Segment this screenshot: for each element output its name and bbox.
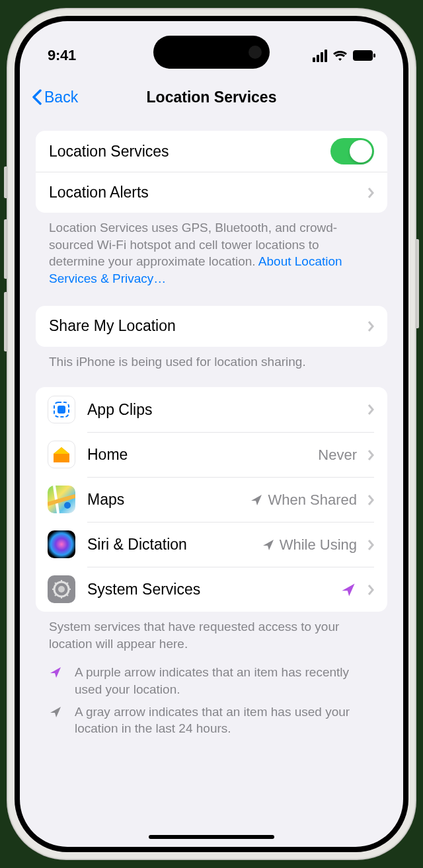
share-my-location-row[interactable]: Share My Location <box>36 306 387 347</box>
chevron-right-icon <box>367 539 374 551</box>
page-title: Location Services <box>147 89 277 106</box>
back-button[interactable]: Back <box>32 89 78 106</box>
legend-gray: A gray arrow indicates that an item has … <box>36 701 387 740</box>
app-name: Maps <box>87 491 250 509</box>
location-services-card: Location Services Location Alerts <box>36 131 387 213</box>
app-row-maps[interactable]: Maps When Shared <box>36 477 387 522</box>
back-label: Back <box>44 89 78 106</box>
svg-rect-1 <box>373 54 375 57</box>
location-services-toggle[interactable] <box>330 138 374 164</box>
app-row-appclips[interactable]: App Clips <box>36 387 387 432</box>
status-time: 9:41 <box>48 47 127 64</box>
chevron-right-icon <box>367 404 374 416</box>
settings-icon <box>48 575 75 603</box>
location-arrow-icon <box>262 538 275 552</box>
share-my-location-label: Share My Location <box>49 317 361 335</box>
svg-point-6 <box>58 586 65 593</box>
dynamic-island <box>153 36 270 69</box>
app-name: System Services <box>87 581 340 598</box>
home-icon <box>48 441 75 468</box>
app-status: Never <box>318 447 357 464</box>
system-services-footer: System services that have requested acce… <box>36 612 387 652</box>
chevron-left-icon <box>32 89 42 105</box>
app-name: App Clips <box>87 401 361 419</box>
chevron-right-icon <box>367 584 374 596</box>
svg-point-4 <box>64 502 71 509</box>
app-status: While Using <box>280 536 357 554</box>
app-row-home[interactable]: Home Never <box>36 432 387 477</box>
home-indicator[interactable] <box>149 835 274 839</box>
app-name: Siri & Dictation <box>87 536 262 554</box>
chevron-right-icon <box>367 449 374 461</box>
chevron-right-icon <box>367 187 374 199</box>
privacy-description: Location Services uses GPS, Bluetooth, a… <box>36 213 387 287</box>
appclips-icon <box>48 396 75 423</box>
location-arrow-icon <box>340 582 356 598</box>
app-status: When Shared <box>268 491 357 509</box>
app-name: Home <box>87 446 318 464</box>
siri-icon <box>48 530 75 558</box>
share-location-card: Share My Location <box>36 306 387 347</box>
location-arrow-icon <box>49 666 62 679</box>
app-row-siri[interactable]: Siri & Dictation While Using <box>36 522 387 567</box>
wifi-icon <box>332 50 348 61</box>
phone-frame: 9:41 Back Location Services <box>7 8 416 860</box>
app-row-system-services[interactable]: System Services <box>36 567 387 612</box>
chevron-right-icon <box>367 494 374 506</box>
location-alerts-label: Location Alerts <box>49 184 361 201</box>
svg-rect-3 <box>58 406 65 414</box>
cellular-icon <box>313 50 327 62</box>
chevron-right-icon <box>367 320 374 332</box>
location-alerts-row[interactable]: Location Alerts <box>36 172 387 213</box>
legend-purple: A purple arrow indicates that an item ha… <box>36 661 387 700</box>
apps-card: App Clips Home Never <box>36 387 387 612</box>
location-services-label: Location Services <box>49 143 330 161</box>
location-arrow-icon <box>49 705 62 719</box>
location-services-row[interactable]: Location Services <box>36 131 387 172</box>
battery-icon <box>353 50 375 61</box>
share-footer: This iPhone is being used for location s… <box>36 347 387 371</box>
svg-rect-0 <box>353 50 373 61</box>
nav-bar: Back Location Services <box>20 77 403 118</box>
maps-icon <box>48 486 75 513</box>
location-arrow-icon <box>250 493 263 507</box>
